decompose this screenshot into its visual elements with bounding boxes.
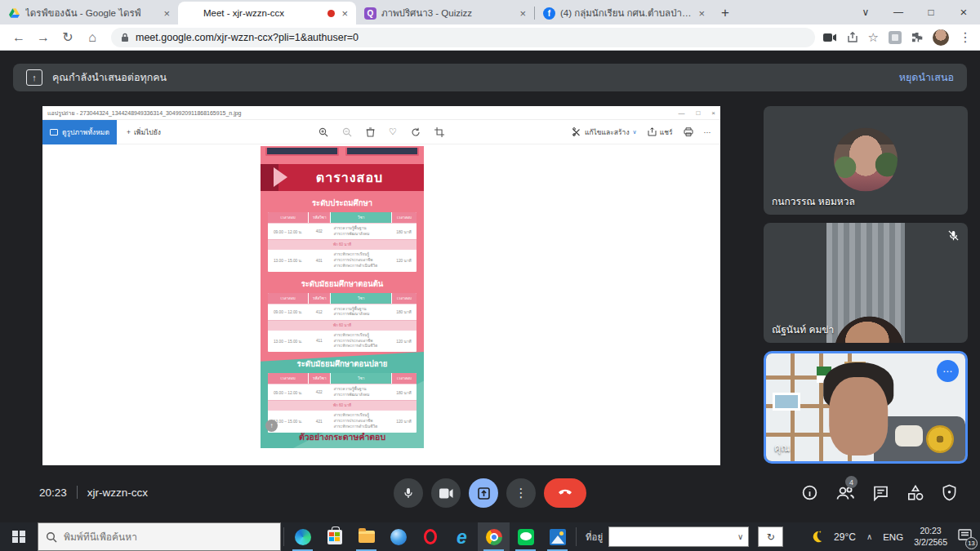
poster-footer: ตัวอย่างกระดาษคำตอบ [261, 430, 424, 444]
print-icon[interactable] [684, 127, 693, 136]
meeting-details-button[interactable] [801, 484, 818, 504]
tab-close-icon[interactable]: × [162, 7, 172, 20]
host-controls-button[interactable] [942, 484, 957, 504]
camera-button[interactable] [431, 478, 461, 508]
photos-right-tools: แก้ไขและสร้าง ∨ แชร์ ⋯ [572, 127, 720, 138]
reload-button[interactable]: ↻ [57, 27, 78, 48]
weather-moon-icon[interactable] [809, 530, 823, 544]
favorite-heart-icon[interactable]: ♡ [389, 127, 397, 137]
taskbar-line[interactable] [510, 522, 541, 551]
zoom-in-icon[interactable] [318, 127, 328, 137]
home-button[interactable]: ⌂ [82, 27, 103, 48]
edit-create-button[interactable]: แก้ไขและสร้าง ∨ [572, 127, 637, 138]
self-tile[interactable]: ⋯ คุณ [764, 351, 968, 464]
tab-quizizz[interactable]: Q ภาพปริศนา3 - Quizizz × [356, 2, 534, 24]
activities-button[interactable] [906, 485, 924, 504]
face [829, 377, 888, 455]
participant-tile-1[interactable]: กนกวรรณ หอมหวล [764, 106, 968, 215]
minimize-button[interactable]: — [882, 0, 915, 24]
taskbar-edge[interactable] [287, 522, 318, 551]
tab-meet-active[interactable]: Meet - xjr-wzzn-ccx × [178, 2, 356, 24]
mic-button[interactable] [394, 478, 423, 508]
start-button[interactable] [0, 522, 38, 551]
address-go-button[interactable]: ↻ [758, 527, 783, 547]
back-button[interactable]: ← [8, 27, 29, 48]
pdf-extension-icon[interactable] [889, 31, 902, 44]
browser-orb-icon [390, 529, 407, 545]
taskbar-browser-orb[interactable] [382, 522, 414, 551]
tab-close-icon[interactable]: × [518, 7, 528, 20]
meeting-info: 20:23 xjr-wzzn-ccx [39, 486, 148, 499]
add-to-label: เพิ่มไปยัง [134, 127, 161, 138]
leave-call-button[interactable] [544, 478, 586, 508]
maximize-button[interactable]: □ [696, 109, 700, 117]
chevron-down-icon[interactable]: ∨ [737, 532, 743, 541]
address-input[interactable]: ∨ [608, 527, 749, 547]
share-icon[interactable] [847, 32, 858, 43]
taskbar-chrome-active[interactable] [478, 522, 510, 551]
tab-google-drive[interactable]: ไดรฟ์ของฉัน - Google ไดรฟ์ × [0, 2, 178, 24]
participants-button[interactable]: 4 [835, 485, 855, 504]
present-screen-icon: ↑ [26, 69, 42, 86]
taskbar-internet-explorer[interactable]: e [446, 522, 478, 551]
chrome-menu-icon[interactable]: ⋮ [959, 29, 972, 45]
show-hidden-icons-chevron[interactable]: ∧ [866, 532, 872, 541]
maximize-button[interactable]: □ [915, 0, 947, 24]
delete-icon[interactable] [366, 127, 375, 137]
taskbar-opera[interactable] [414, 522, 446, 551]
extensions-puzzle-icon[interactable] [911, 32, 923, 43]
table-row: 13.00 – 15.00 น.411 สาระทักษะการเรียนรู้… [268, 330, 416, 352]
action-center-button[interactable]: 13 [958, 529, 972, 544]
participant-tile-2[interactable]: ณัฐนันท์ คมข่า [764, 223, 968, 343]
taskbar-photos[interactable] [541, 522, 573, 551]
search-input[interactable] [64, 531, 252, 543]
table-row: 09.00 – 12.00 น.402 สาระความรู้พื้นฐาน ส… [268, 223, 416, 239]
tab-capture-icon[interactable] [823, 33, 837, 42]
self-person [813, 362, 903, 461]
new-tab-button[interactable]: + [713, 5, 739, 24]
taskbar-file-explorer[interactable] [350, 522, 382, 551]
chat-button[interactable] [872, 485, 889, 504]
profile-avatar[interactable] [933, 29, 949, 46]
participant-video [826, 223, 905, 343]
minimize-button[interactable]: — [678, 109, 684, 117]
temperature-text[interactable]: 29°C [834, 531, 856, 543]
rotate-icon[interactable] [411, 127, 421, 137]
taskbar-clock[interactable]: 20:23 3/2/2565 [914, 526, 947, 547]
close-button[interactable]: × [711, 109, 715, 117]
close-button[interactable]: × [947, 0, 980, 24]
stop-presenting-link[interactable]: หยุดนำเสนอ [899, 69, 954, 86]
zoom-out-icon[interactable] [342, 127, 352, 137]
participants-count-badge: 4 [845, 476, 858, 488]
divider [576, 527, 577, 546]
crop-icon[interactable] [434, 127, 444, 137]
system-tray: 29°C ∧ ENG 20:23 3/2/2565 13 [804, 522, 980, 551]
file-explorer-icon [359, 531, 375, 543]
tab-close-icon[interactable]: × [697, 7, 706, 20]
add-to-button[interactable]: + เพิ่มไปยัง [117, 127, 171, 138]
bookmark-star-icon[interactable]: ☆ [868, 30, 879, 45]
address-bar[interactable]: meet.google.com/xjr-wzzn-ccx?pli=1&authu… [111, 28, 815, 47]
language-indicator[interactable]: ENG [883, 532, 903, 542]
share-button[interactable]: แชร์ [648, 127, 673, 138]
more-options-icon[interactable]: ⋯ [704, 128, 711, 136]
tab-close-icon[interactable]: × [340, 7, 350, 20]
break-row: พัก 60 นาที [268, 320, 416, 330]
picture-icon [50, 129, 58, 136]
present-button-active[interactable] [469, 478, 498, 508]
photos-window-controls: — □ × [678, 109, 715, 117]
taskbar-search[interactable] [38, 522, 281, 551]
table-header-row: เวลาสอบรหัสวิชา วิชาเวลาสอบ [268, 293, 416, 304]
line-app-icon [518, 529, 534, 545]
divider [283, 527, 284, 546]
taskbar-store[interactable] [318, 522, 350, 551]
scroll-up-button[interactable]: ↑ [265, 420, 278, 432]
facebook-icon: f [543, 7, 555, 20]
see-all-photos-button[interactable]: ดูรูปภาพทั้งหมด [42, 120, 117, 144]
forward-button[interactable]: → [33, 27, 54, 48]
tab-facebook[interactable]: f (4) กลุ่มนักเรียน กศน.ตำบลป่าแก่บ่อตั … [535, 2, 713, 24]
tile-options-button[interactable]: ⋯ [937, 360, 959, 382]
more-options-button[interactable]: ⋮ [506, 478, 536, 508]
break-row: พัก 60 นาที [268, 400, 416, 410]
tab-search-icon[interactable]: ∨ [849, 0, 882, 24]
